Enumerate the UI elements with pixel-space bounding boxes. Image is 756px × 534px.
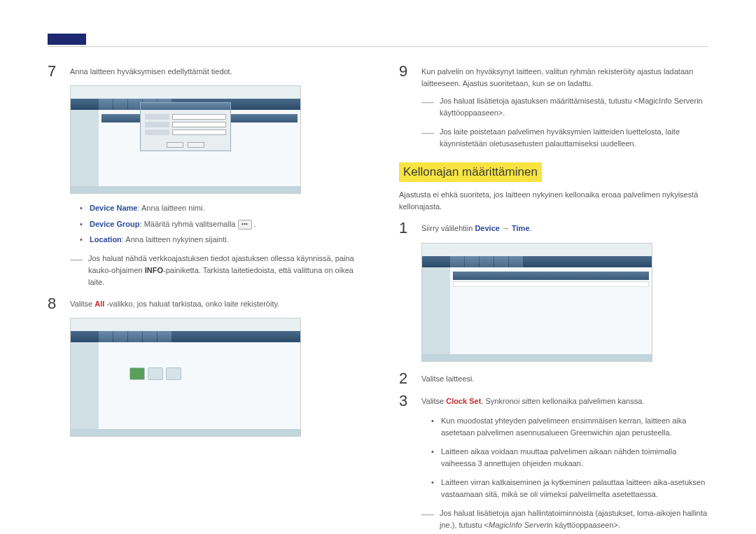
text-after: .	[254, 220, 256, 228]
header-accent-bar	[48, 34, 86, 45]
left-column: 7 Anna laitteen hyväksymisen edellyttämä…	[48, 63, 357, 534]
dash-icon: ―	[70, 253, 83, 288]
section-intro: Ajastusta ei ehkä suoriteta, jos laittee…	[399, 189, 708, 213]
approve-dialog	[140, 102, 231, 151]
screenshot-device-time	[421, 243, 652, 362]
step-number: 9	[399, 63, 412, 90]
step-9: 9 Kun palvelin on hyväksynyt laitteen, v…	[399, 63, 708, 90]
bullet-device-group: Device Group: Määritä ryhmä valitsemalla…	[80, 218, 357, 230]
step-text: Valitse laitteesi.	[421, 370, 708, 387]
step-8: 8 Valitse All -valikko, jos haluat tarki…	[48, 295, 357, 312]
step7-dash-note: ― Jos haluat nähdä verkkoajastuksen tied…	[70, 253, 357, 288]
note-text: Jos haluat nähdä verkkoajastuksen tiedot…	[88, 253, 357, 288]
step-number: 8	[48, 295, 60, 312]
label: Device Name	[90, 204, 138, 212]
step7-bullets: Device Name: Anna laitteen nimi. Device …	[80, 202, 357, 246]
last-dash-note: ― Jos haluat lisätietoja ajan hallintato…	[421, 507, 708, 531]
subbullet-1: Kun muodostat yhteyden palvelimeen ensim…	[431, 415, 708, 439]
label: Location	[90, 235, 122, 244]
step-text: Anna laitteen hyväksymisen edellyttämät …	[70, 63, 357, 80]
note-text: Jos haluat lisätietoja ajastuksen määrit…	[440, 95, 708, 119]
header-divider	[48, 46, 708, 47]
browse-button-icon: •••	[238, 220, 252, 230]
two-column-layout: 7 Anna laitteen hyväksymisen edellyttämä…	[48, 63, 708, 534]
step-7: 7 Anna laitteen hyväksymisen edellyttämä…	[48, 63, 357, 80]
screenshot-approve-dialog	[70, 85, 301, 194]
text: : Anna laitteen nimi.	[138, 204, 205, 212]
step-text: Kun palvelin on hyväksynyt laitteen, val…	[421, 63, 708, 90]
step-1: 1 Siirry välilehtiin Device → Time.	[399, 220, 708, 237]
dash-icon: ―	[421, 507, 434, 531]
bullet-location: Location: Anna laitteen nykyinen sijaint…	[80, 234, 357, 246]
step-number: 2	[399, 370, 412, 387]
step9-dash-a: ― Jos haluat lisätietoja ajastuksen määr…	[421, 95, 708, 119]
right-column: 9 Kun palvelin on hyväksynyt laitteen, v…	[399, 63, 708, 534]
step9-dash-b: ― Jos laite poistetaan palvelimen hyväks…	[421, 126, 708, 150]
section-title-clock: Kellonajan määrittäminen	[399, 162, 542, 182]
step-text: Valitse Clock Set. Synkronoi sitten kell…	[421, 393, 708, 409]
step-number: 3	[399, 393, 412, 409]
subbullet-3: Laitteen virran katkaiseminen ja kytkemi…	[431, 477, 708, 500]
dash-icon: ―	[421, 95, 434, 119]
step-2: 2 Valitse laitteesi.	[399, 370, 708, 387]
step-text: Siirry välilehtiin Device → Time.	[421, 220, 708, 237]
note-text: Jos haluat lisätietoja ajan hallintatoim…	[440, 507, 708, 531]
step-3: 3 Valitse Clock Set. Synkronoi sitten ke…	[399, 393, 708, 409]
step-text: Valitse All -valikko, jos haluat tarkist…	[70, 295, 357, 312]
text: : Anna laitteen nykyinen sijainti.	[122, 235, 229, 244]
bullet-device-name: Device Name: Anna laitteen nimi.	[80, 202, 357, 214]
dash-icon: ―	[421, 126, 434, 150]
label: Device Group	[90, 220, 140, 228]
note-text: Jos laite poistetaan palvelimen hyväksym…	[440, 126, 708, 150]
screenshot-all-view	[70, 318, 301, 437]
step-number: 1	[399, 220, 412, 237]
step3-subbullets: Kun muodostat yhteyden palvelimeen ensim…	[431, 415, 708, 500]
subbullet-2: Laitteen aikaa voidaan muuttaa palvelime…	[431, 446, 708, 470]
text: : Määritä ryhmä valitsemalla	[140, 220, 238, 228]
step-number: 7	[48, 63, 60, 80]
